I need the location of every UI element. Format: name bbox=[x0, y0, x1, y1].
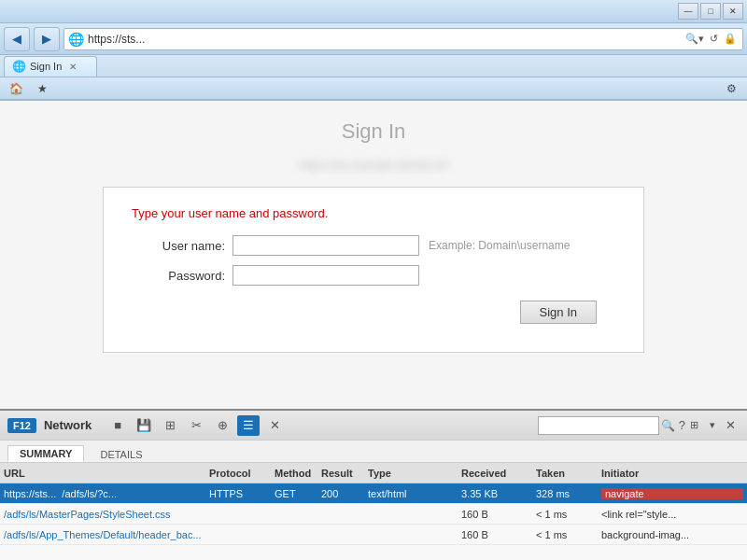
cell-received: 3.35 KB bbox=[461, 488, 536, 499]
col-header-url: URL bbox=[4, 468, 209, 479]
ie-icon: 🌐 bbox=[68, 32, 84, 47]
f12-badge: F12 bbox=[7, 418, 36, 433]
cell-url: /adfs/ls/App_Themes/Default/header_bac..… bbox=[4, 529, 209, 540]
cell-result: 200 bbox=[321, 488, 368, 499]
title-bar-buttons: — □ ✕ bbox=[678, 3, 743, 20]
username-row: User name: Example: Domain\username bbox=[132, 235, 615, 256]
back-button[interactable]: ◀ bbox=[4, 27, 30, 51]
cell-type: text/html bbox=[368, 488, 461, 499]
sign-in-box: Type your user name and password. User n… bbox=[103, 187, 644, 353]
tab-title: Sign In bbox=[30, 61, 62, 72]
address-actions: 🔍▾ ↺ 🔒 bbox=[684, 33, 739, 45]
dt-search-input[interactable] bbox=[538, 416, 659, 435]
tools-button[interactable]: ⚙ bbox=[719, 78, 743, 99]
signin-button-row: Sign In bbox=[132, 301, 615, 324]
table-row[interactable]: https://sts... /adfs/ls/?c... HTTPS GET … bbox=[0, 483, 747, 504]
devtools-header: F12 Network ■ 💾 ⊞ ✂ ⊕ ☰ ✕ 🔍 ? ⊞ ▾ ✕ bbox=[0, 411, 747, 441]
refresh-button[interactable]: ↺ bbox=[708, 33, 720, 45]
favorites-button[interactable]: ★ bbox=[30, 78, 54, 99]
filter-button[interactable]: ☰ bbox=[237, 415, 260, 436]
address-text: https://sts... bbox=[88, 33, 684, 46]
title-bar: — □ ✕ bbox=[0, 0, 747, 23]
table-row[interactable]: /adfs/ls/App_Themes/Default/header_bac..… bbox=[0, 525, 747, 545]
tab-details[interactable]: DETAILS bbox=[88, 446, 154, 462]
tab-close-button[interactable]: ✕ bbox=[69, 62, 77, 72]
browser-window: — □ ✕ ◀ ▶ 🌐 https://sts... 🔍▾ ↺ 🔒 🌐 Sign… bbox=[0, 0, 747, 560]
lock-button[interactable]: 🔒 bbox=[722, 33, 739, 45]
cell-taken: < 1 ms bbox=[536, 529, 601, 540]
pin-button[interactable]: ⊞ bbox=[685, 416, 702, 435]
devtools-tabs: SUMMARY DETAILS bbox=[0, 441, 747, 463]
col-header-type: Type bbox=[368, 468, 461, 479]
forward-button[interactable]: ▶ bbox=[34, 27, 60, 51]
devtools-rows: https://sts... /adfs/ls/?c... HTTPS GET … bbox=[0, 483, 747, 545]
blurred-url: https://sts.example.domain.int bbox=[300, 159, 448, 172]
cell-received: 160 B bbox=[461, 509, 536, 520]
col-header-initiator: Initiator bbox=[601, 468, 743, 479]
toolbar-bar: 🏠 ★ ⚙ bbox=[0, 77, 747, 101]
scissors-button[interactable]: ✂ bbox=[185, 415, 207, 436]
tab-signin[interactable]: 🌐 Sign In ✕ bbox=[4, 56, 97, 77]
devtools-network-title: Network bbox=[44, 418, 92, 432]
cell-initiator: <link rel="style... bbox=[601, 509, 743, 520]
cell-method: GET bbox=[275, 488, 321, 499]
instruction-text: Type your user name and password. bbox=[132, 206, 615, 220]
tab-bar: 🌐 Sign In ✕ bbox=[0, 55, 747, 77]
launch-button[interactable]: ⊕ bbox=[211, 415, 233, 436]
minimize-button[interactable]: — bbox=[678, 3, 698, 20]
cell-url: https://sts... /adfs/ls/?c... bbox=[4, 488, 209, 499]
devtools-panel: F12 Network ■ 💾 ⊞ ✂ ⊕ ☰ ✕ 🔍 ? ⊞ ▾ ✕ bbox=[0, 409, 747, 560]
username-input[interactable] bbox=[233, 235, 419, 256]
signin-button[interactable]: Sign In bbox=[520, 301, 597, 324]
cell-url: /adfs/ls/MasterPages/StyleSheet.css bbox=[4, 509, 209, 520]
table-row[interactable]: /adfs/ls/MasterPages/StyleSheet.css 160 … bbox=[0, 504, 747, 525]
maximize-button[interactable]: □ bbox=[700, 3, 721, 20]
cell-taken: < 1 ms bbox=[536, 509, 601, 520]
home-button[interactable]: 🏠 bbox=[4, 78, 28, 99]
col-header-taken: Taken bbox=[536, 468, 601, 479]
devtools-toolbar: ■ 💾 ⊞ ✂ ⊕ ☰ ✕ bbox=[106, 415, 286, 436]
nav-bar: ◀ ▶ 🌐 https://sts... 🔍▾ ↺ 🔒 bbox=[0, 23, 747, 55]
help-button[interactable]: ? bbox=[679, 418, 685, 432]
favorites-icons: ⚙ bbox=[719, 78, 743, 99]
save-button[interactable]: 💾 bbox=[133, 415, 155, 436]
clear-button[interactable]: ⊞ bbox=[159, 415, 181, 436]
search-dropdown-button[interactable]: 🔍▾ bbox=[684, 33, 706, 45]
username-hint: Example: Domain\username bbox=[429, 239, 570, 252]
password-input[interactable] bbox=[233, 265, 419, 286]
address-bar: 🌐 https://sts... 🔍▾ ↺ 🔒 bbox=[63, 28, 743, 50]
dt-search: 🔍 ? ⊞ ▾ ✕ bbox=[538, 416, 740, 435]
devtools-close-button[interactable]: ✕ bbox=[721, 418, 740, 432]
collapse-button[interactable]: ▾ bbox=[704, 416, 721, 435]
close-window-button[interactable]: ✕ bbox=[723, 3, 743, 20]
col-header-result: Result bbox=[321, 468, 368, 479]
password-row: Password: bbox=[132, 265, 615, 286]
col-header-protocol: Protocol bbox=[209, 468, 275, 479]
cell-initiator: background-imag... bbox=[601, 529, 743, 540]
dt-nav-buttons: ⊞ ▾ bbox=[685, 416, 721, 435]
table-header: URL Protocol Method Result Type Received… bbox=[0, 463, 747, 483]
password-label: Password: bbox=[132, 269, 225, 283]
page-content: Sign In https://sts.example.domain.int T… bbox=[0, 101, 747, 409]
col-header-received: Received bbox=[461, 468, 536, 479]
record-button[interactable]: ■ bbox=[106, 415, 129, 436]
close-network-button[interactable]: ✕ bbox=[263, 415, 286, 436]
cell-taken: 328 ms bbox=[536, 488, 601, 499]
search-icon: 🔍 bbox=[661, 419, 675, 432]
tab-favicon: 🌐 bbox=[12, 60, 26, 73]
username-label: User name: bbox=[132, 239, 225, 253]
cell-received: 160 B bbox=[461, 529, 536, 540]
col-header-method: Method bbox=[275, 468, 321, 479]
page-title: Sign In bbox=[342, 119, 406, 144]
cell-protocol: HTTPS bbox=[209, 488, 275, 499]
cell-initiator: navigate bbox=[601, 488, 743, 499]
tab-summary[interactable]: SUMMARY bbox=[7, 445, 84, 462]
